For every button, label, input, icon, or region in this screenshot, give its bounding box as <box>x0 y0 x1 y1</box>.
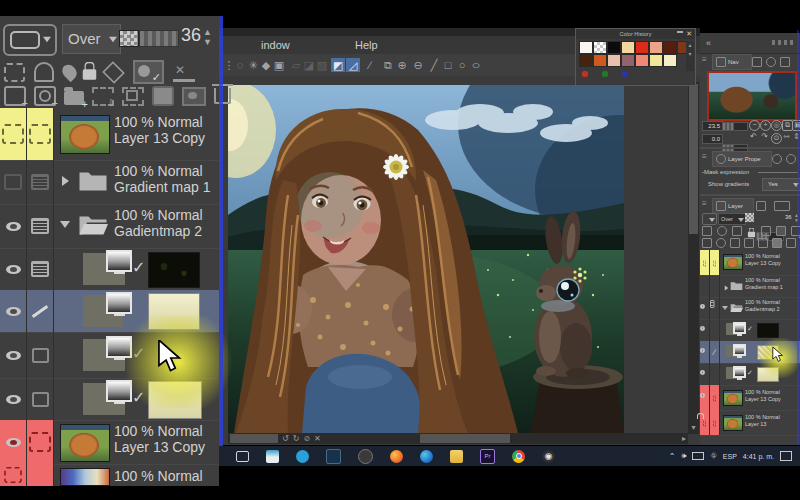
lock-alpha-icon[interactable] <box>102 61 125 84</box>
mask-apply-icon[interactable] <box>786 238 796 248</box>
palette-color-dropdown[interactable] <box>702 213 717 225</box>
tab-subview-icon[interactable] <box>752 57 762 67</box>
opacity-value[interactable]: 36 <box>785 214 792 220</box>
edge-icon[interactable] <box>420 450 433 463</box>
eye-icon[interactable] <box>6 222 21 231</box>
layer-row-gradientmap1[interactable]: 100 % Normal Gradient map 1 <box>0 160 219 205</box>
new-layer-icon[interactable] <box>702 238 712 248</box>
layer-row-gadientmap2[interactable]: 100 % Normal Gadientmap 2 <box>0 204 219 249</box>
blend-mode-dropdown[interactable]: Over <box>62 24 121 54</box>
gradient-tool-icon[interactable]: ◩ <box>331 58 345 72</box>
layer-row-gradient-selected[interactable]: ∕ <box>700 341 800 364</box>
droplet-icon[interactable] <box>59 62 80 83</box>
telegram-icon[interactable] <box>296 450 309 463</box>
color-swatch[interactable] <box>663 54 677 67</box>
tab-search-layer-icon[interactable] <box>774 201 790 211</box>
color-swatch[interactable] <box>579 54 593 67</box>
opacity-slider[interactable] <box>139 30 179 47</box>
network-icon[interactable]: ⛗ <box>710 451 716 461</box>
minimize-icon[interactable] <box>677 31 683 33</box>
opacity-value[interactable]: 36 <box>181 25 201 46</box>
ruler-icon[interactable]: ✕ <box>173 63 195 82</box>
enable-mask-icon[interactable] <box>776 226 786 236</box>
menu-help[interactable]: Help <box>355 39 378 51</box>
lock-icon[interactable] <box>83 69 97 80</box>
gradient-b-icon[interactable]: ◪ <box>302 58 316 72</box>
new-raster-layer-icon[interactable]: + <box>4 86 26 106</box>
expand-folder-icon[interactable] <box>62 176 69 186</box>
tab-layer2-icon[interactable] <box>756 201 766 211</box>
gradient-c-icon[interactable]: ▨ <box>315 58 329 72</box>
layer-row-layer13copy[interactable]: 100 % NormalLayer 13 Copy <box>700 250 800 276</box>
layer-row-layer13[interactable]: 100 % NormalLayer 13 <box>700 410 800 436</box>
gradient-thumbnail[interactable] <box>148 252 200 288</box>
blend-mode-dropdown[interactable]: Over <box>718 213 746 225</box>
new-folder-icon[interactable] <box>730 238 740 248</box>
zoom-out-button[interactable]: − <box>749 120 760 131</box>
layer-thumbnail[interactable] <box>723 415 743 431</box>
rect-icon[interactable]: □ <box>441 58 455 72</box>
zoom-value[interactable]: 23.5 <box>702 121 723 131</box>
navigator-preview[interactable] <box>707 71 797 121</box>
layer-menu-icon[interactable]: ≡ <box>702 199 707 208</box>
collapse-dock-icon[interactable]: « <box>706 38 711 48</box>
volume-icon[interactable]: 🕪 <box>681 451 686 461</box>
lock-icon[interactable] <box>748 232 755 238</box>
object-icon[interactable]: ⧉ <box>381 58 395 72</box>
clock[interactable]: 4:41 p. m. <box>743 453 774 460</box>
gradient-a-icon[interactable]: ▱ <box>289 58 303 72</box>
layer-mask-icon[interactable] <box>772 238 782 248</box>
collapse-folder-icon[interactable] <box>722 306 728 310</box>
eye-icon[interactable] <box>6 438 21 447</box>
rotation-value[interactable]: 0.0 <box>702 134 723 144</box>
layer-row-gradient-light[interactable]: ✓ <box>700 363 800 386</box>
color-swatch[interactable] <box>607 54 621 67</box>
wand-icon[interactable]: ✳ <box>246 58 260 72</box>
color-swatch[interactable] <box>649 54 663 67</box>
lock-alpha-icon[interactable] <box>761 226 771 236</box>
layerprop-menu-icon[interactable]: ≡ <box>702 152 707 161</box>
layer-row-gadientmap2[interactable]: 100 % NormalGadientmap 2 <box>700 297 800 320</box>
reference-icon[interactable] <box>717 226 727 236</box>
palette-scrollbar[interactable]: ▴▾ <box>686 41 694 71</box>
blue-dot-icon[interactable] <box>622 71 628 77</box>
layer-row-layer13copy-red[interactable]: 100 % NormalLayer 13 Copy <box>700 385 800 411</box>
tab-quicknav-icon[interactable] <box>766 57 776 67</box>
horizontal-scrollbar[interactable]: ↺↻⊘✕ ▸ <box>228 433 688 444</box>
rotate-left-button[interactable]: ↶ <box>749 133 758 142</box>
gradient-thumbnail[interactable] <box>148 381 202 419</box>
eye-icon[interactable] <box>700 304 705 309</box>
new-folder-icon[interactable]: + <box>64 91 84 105</box>
merge-down-icon[interactable] <box>758 238 768 248</box>
new-vector-layer-icon[interactable]: + <box>34 86 56 106</box>
battery-icon[interactable] <box>692 452 704 460</box>
eye-icon[interactable] <box>6 351 21 360</box>
line-icon[interactable]: ╱ <box>427 58 441 72</box>
enable-mask-dropdown[interactable]: ✓ <box>133 60 164 84</box>
gradient-thumbnail[interactable] <box>757 323 779 338</box>
transfer-down-icon[interactable] <box>744 238 754 248</box>
vertical-scrollbar[interactable]: ▾ <box>688 82 699 434</box>
layer-row-gradient-dark[interactable]: ✓ <box>700 319 800 342</box>
zoom-in-button[interactable]: + <box>760 120 771 131</box>
color-swatch[interactable] <box>635 41 649 54</box>
color-swatch[interactable] <box>621 41 635 54</box>
firefox-icon[interactable] <box>390 450 403 463</box>
zoom-out-icon[interactable]: ⊖ <box>411 58 425 72</box>
reset-rotation-button[interactable]: ⊙ <box>771 133 782 144</box>
layer-row-gradient-dark[interactable]: ✓ <box>0 248 219 291</box>
reference-icon[interactable] <box>34 62 54 82</box>
contour-tool-icon[interactable]: ◿ <box>346 58 360 72</box>
opacity-spinner[interactable]: ▲▼ <box>203 27 212 47</box>
pen-icon[interactable]: ∕ <box>363 58 377 72</box>
eye-icon[interactable] <box>700 326 705 331</box>
color-swatch[interactable] <box>621 54 635 67</box>
eye-icon[interactable] <box>6 265 21 274</box>
eye-icon[interactable] <box>700 348 705 353</box>
zoom-100-button[interactable]: ◎ <box>771 120 782 131</box>
photos-icon[interactable] <box>326 449 341 464</box>
menu-window[interactable]: indow <box>261 39 290 51</box>
lasso-icon[interactable]: ◌ <box>233 58 247 72</box>
new-vector-layer-icon[interactable] <box>716 238 726 248</box>
mask-apply-icon[interactable] <box>182 87 206 106</box>
